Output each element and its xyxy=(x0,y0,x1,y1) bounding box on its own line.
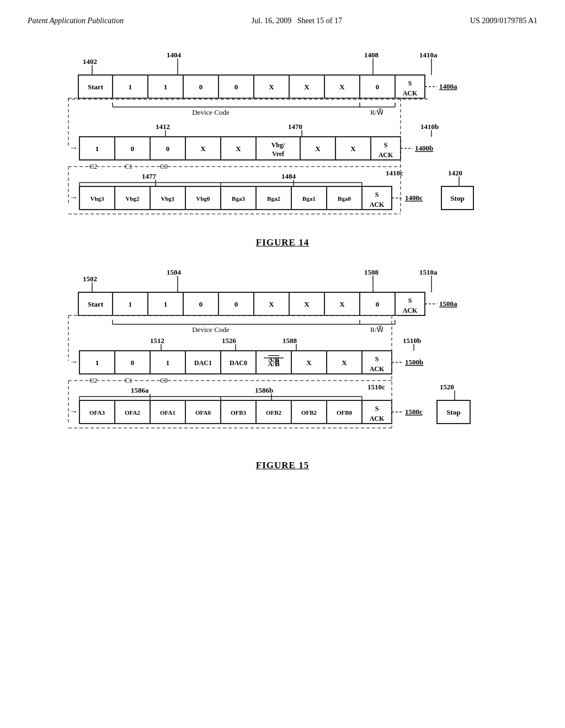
svg-text:1500a: 1500a xyxy=(439,299,457,308)
svg-text:Start: Start xyxy=(88,300,104,308)
svg-text:R/W̅: R/W̅ xyxy=(370,109,383,116)
svg-text:0: 0 xyxy=(234,300,238,308)
figure14-title: FIGURE 14 xyxy=(45,237,520,248)
svg-text:1420: 1420 xyxy=(448,169,462,177)
page-header: Patent Application Publication Jul. 16, … xyxy=(28,17,537,25)
svg-text:Start: Start xyxy=(88,83,104,91)
svg-text:X: X xyxy=(342,358,347,367)
header-patent: US 2009/0179785 A1 xyxy=(470,17,537,25)
svg-text:Vbg3: Vbg3 xyxy=(90,195,104,202)
svg-text:1404: 1404 xyxy=(167,51,182,59)
svg-text:X: X xyxy=(339,83,345,91)
header-date: Jul. 16, 2009 xyxy=(252,17,291,25)
svg-text:X: X xyxy=(315,144,321,153)
svg-text:→: → xyxy=(70,407,78,416)
svg-text:1502: 1502 xyxy=(83,275,97,283)
svg-text:→: → xyxy=(70,193,78,202)
svg-text:0: 0 xyxy=(199,83,203,91)
figure15-container: 1502 1504 1508 1510a Start 1 1 0 0 xyxy=(45,265,520,471)
svg-text:ACK: ACK xyxy=(370,201,385,208)
svg-text:1477: 1477 xyxy=(142,172,157,180)
svg-text:X: X xyxy=(269,300,274,308)
svg-text:1400b: 1400b xyxy=(415,144,433,152)
svg-text:ACK: ACK xyxy=(403,89,418,97)
svg-text:0: 0 xyxy=(131,144,135,153)
svg-text:1586a: 1586a xyxy=(131,386,149,394)
figure14-diagram: 1402 1404 1408 1410a Start 1 1 xyxy=(45,47,520,229)
svg-text:R/W̅: R/W̅ xyxy=(370,326,383,334)
svg-text:Stop: Stop xyxy=(450,194,464,202)
svg-text:OFB0: OFB0 xyxy=(337,409,353,416)
svg-text:1408: 1408 xyxy=(364,51,379,59)
svg-text:1588: 1588 xyxy=(282,336,297,345)
svg-text:X: X xyxy=(269,83,274,91)
svg-text:1410a: 1410a xyxy=(419,51,438,59)
svg-text:ACK: ACK xyxy=(370,365,385,373)
svg-text:1400c: 1400c xyxy=(405,194,423,202)
svg-text:1500c: 1500c xyxy=(405,408,423,416)
svg-text:1520: 1520 xyxy=(440,383,454,391)
svg-text:A/B̅: A/B̅ xyxy=(268,360,280,368)
svg-text:1526: 1526 xyxy=(222,336,237,345)
svg-text:0: 0 xyxy=(199,300,203,308)
svg-text:1508: 1508 xyxy=(364,268,379,276)
svg-text:X: X xyxy=(350,144,356,153)
svg-text:S: S xyxy=(375,191,379,199)
figure15-title: FIGURE 15 xyxy=(45,460,520,471)
svg-text:1412: 1412 xyxy=(156,122,170,131)
header-sheet: Sheet 15 of 17 xyxy=(297,17,342,25)
svg-text:OFA0: OFA0 xyxy=(195,409,211,416)
figure14-container: 1402 1404 1408 1410a Start 1 1 xyxy=(45,47,520,248)
svg-text:ACK: ACK xyxy=(370,415,385,422)
svg-text:0: 0 xyxy=(376,83,380,91)
svg-text:X: X xyxy=(339,300,345,308)
svg-text:Vbg0: Vbg0 xyxy=(196,195,210,202)
svg-text:Stop: Stop xyxy=(446,408,460,416)
svg-text:OFB3: OFB3 xyxy=(231,409,247,416)
svg-text:Vbg/: Vbg/ xyxy=(271,141,285,149)
svg-text:OFA3: OFA3 xyxy=(89,409,105,416)
svg-text:1500b: 1500b xyxy=(405,358,423,366)
svg-text:1512: 1512 xyxy=(150,336,164,345)
svg-text:1510a: 1510a xyxy=(419,268,438,276)
svg-text:Bga3: Bga3 xyxy=(232,195,245,202)
svg-text:→: → xyxy=(70,143,78,152)
svg-text:0: 0 xyxy=(376,300,380,308)
svg-text:Bga2: Bga2 xyxy=(267,195,280,202)
svg-text:DAC1: DAC1 xyxy=(194,359,212,367)
figure14-svg: 1402 1404 1408 1410a Start 1 1 xyxy=(45,47,520,229)
svg-text:1586b: 1586b xyxy=(255,386,273,394)
header-publication: Patent Application Publication xyxy=(28,17,124,25)
svg-text:OFB2: OFB2 xyxy=(266,409,282,416)
svg-text:ACK: ACK xyxy=(403,307,418,314)
svg-text:X: X xyxy=(306,358,312,367)
svg-text:1: 1 xyxy=(95,144,99,153)
svg-text:Vref: Vref xyxy=(272,150,285,158)
svg-text:1: 1 xyxy=(129,83,132,91)
header-date-sheet: Jul. 16, 2009 Sheet 15 of 17 xyxy=(252,17,342,25)
svg-text:X: X xyxy=(304,83,310,91)
svg-text:Vbg1: Vbg1 xyxy=(161,195,174,202)
svg-text:X: X xyxy=(236,144,241,153)
svg-text:1400a: 1400a xyxy=(439,82,457,90)
svg-text:→: → xyxy=(70,357,78,366)
svg-text:DAC0: DAC0 xyxy=(230,359,247,367)
svg-text:X: X xyxy=(304,300,310,308)
svg-text:S: S xyxy=(408,79,412,87)
svg-text:1: 1 xyxy=(164,300,168,308)
svg-text:1484: 1484 xyxy=(281,172,296,180)
svg-text:1504: 1504 xyxy=(167,268,182,276)
svg-text:1410b: 1410b xyxy=(420,122,439,131)
svg-text:1: 1 xyxy=(164,83,168,91)
svg-text:Device Code: Device Code xyxy=(192,325,230,334)
svg-text:0: 0 xyxy=(166,144,170,153)
svg-text:1470: 1470 xyxy=(288,122,302,131)
svg-text:X: X xyxy=(200,144,206,153)
svg-text:S: S xyxy=(408,297,412,304)
svg-text:OFA2: OFA2 xyxy=(125,409,140,416)
svg-text:1: 1 xyxy=(166,358,170,367)
svg-text:S: S xyxy=(375,355,379,363)
svg-text:Bga0: Bga0 xyxy=(338,195,351,202)
svg-text:S: S xyxy=(375,405,379,413)
svg-text:OFA1: OFA1 xyxy=(160,409,175,416)
